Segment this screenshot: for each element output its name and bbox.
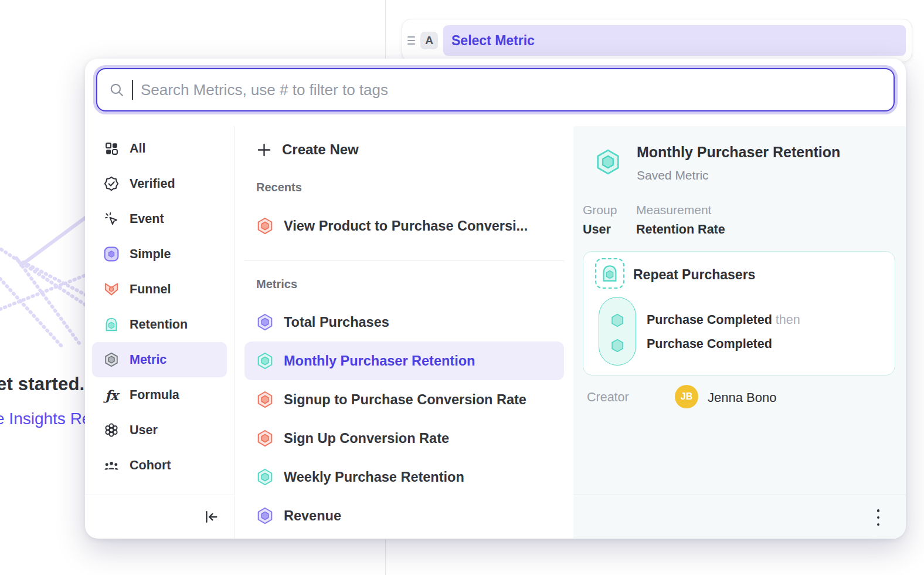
sidebar-item-cohort[interactable]: Cohort [92,448,227,483]
metrics-section-label: Metrics [256,278,297,291]
funnel-icon [104,282,119,297]
teal-hexagon-icon [256,468,274,486]
metric-item-monthly-purchaser-retention[interactable]: Monthly Purchaser Retention [244,341,564,380]
sidebar-item-metric[interactable]: Metric [92,342,227,377]
definition-step-2: Purchase Completed [647,337,772,351]
search-placeholder: Search Metrics, use # to filter to tags [141,81,388,99]
retention-steps-capsule [599,297,636,366]
formula-fx-icon: ƒx [104,387,119,402]
select-metric-label: Select Metric [451,33,535,49]
sidebar-item-funnel[interactable]: Funnel [92,272,227,307]
sidebar-item-label: Formula [130,388,179,402]
sidebar-item-label: User [130,423,158,438]
metric-item-label: Signup to Purchase Conversion Rate [284,392,526,408]
create-new-button[interactable]: Create New [244,137,564,163]
coral-hexagon-icon [256,429,274,447]
sidebar-item-formula[interactable]: ƒx Formula [92,377,227,412]
recent-metric-item[interactable]: View Product to Purchase Conversi... [244,209,564,242]
collapse-left-icon[interactable] [203,509,219,525]
kebab-menu-icon[interactable] [877,509,880,526]
metric-item-label: Weekly Purchase Retention [284,469,464,485]
details-subtitle: Saved Metric [637,168,709,182]
query-builder-row: A Select Metric [402,19,912,62]
sidebar-item-user[interactable]: User [92,412,227,448]
grid-icon [104,141,119,156]
cohort-people-icon [104,458,119,473]
simple-hexagon-icon [104,246,119,262]
recents-section-label: Recents [256,181,302,194]
coral-hexagon-icon [256,391,274,408]
sidebar-item-label: All [130,141,145,156]
sidebar-item-simple[interactable]: Simple [92,236,227,272]
create-new-label: Create New [282,141,359,158]
metrics-list: Total Purchases Monthly Purchaser Retent… [244,303,564,535]
teal-hexagon-icon [256,352,274,370]
cursor-click-icon [104,211,119,226]
sidebar-item-label: Simple [130,247,171,262]
sidebar-item-label: Event [130,212,164,226]
details-meta: Group User Measurement Retention Rate [583,203,725,237]
list-divider [244,261,564,261]
sidebar-item-verified[interactable]: Verified [92,166,227,201]
details-footer [573,495,906,539]
metric-list-column: Create New Recents View Product to Purch… [235,126,573,539]
sidebar-item-label: Metric [130,353,167,367]
measurement-label: Measurement [636,203,725,217]
search-icon [109,82,124,97]
app-background: et started. e Insights Re A Select Metri… [0,0,924,575]
drag-handle-icon[interactable] [407,36,415,45]
sidebar-item-all[interactable]: All [92,131,227,166]
definition-name: Repeat Purchasers [633,267,755,283]
teal-hexagon-icon [595,148,621,175]
metric-item-weekly-purchase-retention[interactable]: Weekly Purchase Retention [244,458,564,496]
details-title: Monthly Purchaser Retention [637,144,840,161]
group-value: User [583,222,636,237]
definition-connector: then [776,313,800,327]
metric-item-revenue[interactable]: Revenue [244,496,564,535]
sidebar-footer [85,495,235,539]
retention-definition-icon [595,258,624,289]
metric-item-label: Monthly Purchaser Retention [284,353,475,369]
measurement-value: Retention Rate [636,222,725,237]
row-letter-badge: A [420,32,438,49]
filter-sidebar: All Verified [85,126,235,539]
purple-hexagon-icon [256,507,274,525]
sidebar-item-label: Cohort [130,458,171,473]
background-insights-link-fragment[interactable]: e Insights Re [0,410,91,428]
metric-item-total-purchases[interactable]: Total Purchases [244,303,564,341]
verified-seal-icon [104,176,119,191]
step-hexagon-icon [610,313,625,328]
plus-icon [256,142,272,158]
purple-hexagon-icon [256,313,274,331]
group-label: Group [583,203,636,217]
coral-hexagon-icon [256,217,274,235]
recent-metric-label: View Product to Purchase Conversi... [284,218,528,234]
creator-avatar: JB [675,385,698,408]
background-chart-doodle [0,208,89,367]
metric-item-label: Total Purchases [284,314,389,330]
sidebar-item-retention[interactable]: Retention [92,307,227,342]
metric-picker-modal: Search Metrics, use # to filter to tags … [85,59,906,539]
sidebar-item-label: Funnel [130,282,171,297]
user-flower-icon [104,422,119,438]
definition-step-1: Purchase Completed then [647,313,800,327]
metric-definition-card: Repeat Purchasers Purchase Completed the… [583,251,895,376]
retention-arch-icon [104,317,119,332]
text-caret [132,80,133,100]
creator-label: Creator [587,390,629,405]
metric-item-sign-up-conversion[interactable]: Sign Up Conversion Rate [244,419,564,458]
search-input[interactable]: Search Metrics, use # to filter to tags [96,68,895,111]
select-metric-pill[interactable]: Select Metric [443,25,906,56]
sidebar-item-label: Retention [130,317,188,332]
metric-item-label: Sign Up Conversion Rate [284,431,449,447]
metric-details-panel: Monthly Purchaser Retention Saved Metric… [573,126,906,539]
step-hexagon-icon [610,338,625,353]
sidebar-item-label: Verified [130,177,175,191]
metric-item-label: Revenue [284,508,341,524]
metric-item-signup-to-purchase[interactable]: Signup to Purchase Conversion Rate [244,380,564,419]
sidebar-item-event[interactable]: Event [92,201,227,236]
metric-hexagon-icon [104,352,119,367]
creator-name: Jenna Bono [708,390,776,405]
background-headline-fragment: et started. [0,374,84,395]
